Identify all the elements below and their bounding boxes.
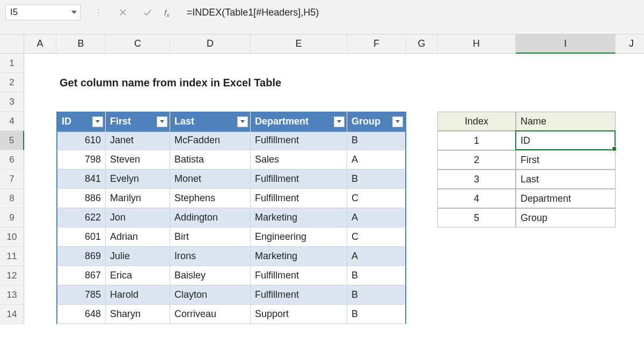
row-header[interactable]: 5 <box>0 131 24 150</box>
table-cell[interactable]: C <box>347 227 406 247</box>
table-cell[interactable]: 869 <box>56 247 106 266</box>
table-header-id[interactable]: ID <box>56 112 106 132</box>
row-header[interactable]: 11 <box>0 247 24 266</box>
table-cell[interactable]: Fulfillment <box>251 189 347 208</box>
table-cell[interactable]: 610 <box>56 131 106 150</box>
table-header-group[interactable]: Group <box>347 112 406 132</box>
row-header[interactable]: 3 <box>0 92 24 112</box>
table-cell[interactable]: Sales <box>251 150 347 170</box>
row-header[interactable]: 4 <box>0 112 24 131</box>
lookup-header-name[interactable]: Name <box>516 112 616 131</box>
name-box[interactable]: I5 <box>5 4 80 20</box>
table-cell[interactable]: B <box>347 305 406 324</box>
table-cell[interactable]: Addington <box>170 208 251 227</box>
table-cell[interactable]: A <box>347 150 406 170</box>
fx-icon[interactable]: fx <box>164 8 173 17</box>
lookup-header-index[interactable]: Index <box>437 112 516 131</box>
table-cell[interactable]: Adrian <box>106 227 170 247</box>
table-cell[interactable]: Fulfillment <box>251 285 347 305</box>
col-header-I[interactable]: I <box>516 34 616 54</box>
lookup-cell[interactable]: ID <box>516 131 616 150</box>
table-cell[interactable]: Corriveau <box>170 305 251 324</box>
filter-icon[interactable] <box>392 116 403 127</box>
lookup-cell[interactable]: 4 <box>437 189 516 208</box>
table-cell[interactable]: Support <box>251 305 347 324</box>
lookup-cell[interactable]: Department <box>516 189 616 208</box>
table-header-dept[interactable]: Department <box>251 112 347 132</box>
row-header[interactable]: 14 <box>0 305 24 324</box>
table-cell[interactable]: Julie <box>106 247 170 266</box>
col-header-H[interactable]: H <box>437 34 516 54</box>
chevron-down-icon[interactable] <box>71 11 77 14</box>
col-header-E[interactable]: E <box>251 34 347 54</box>
table-cell[interactable]: Baisley <box>170 266 251 285</box>
table-cell[interactable]: Janet <box>106 131 170 150</box>
filter-icon[interactable] <box>157 116 167 127</box>
table-cell[interactable]: Harold <box>106 285 170 305</box>
table-cell[interactable]: Jon <box>106 208 170 227</box>
row-header[interactable]: 2 <box>0 73 24 92</box>
table-cell[interactable]: Irons <box>170 247 251 266</box>
table-cell[interactable]: Batista <box>170 150 251 170</box>
row-header[interactable]: 1 <box>0 54 24 73</box>
table-cell[interactable]: Birt <box>170 227 251 247</box>
filter-icon[interactable] <box>237 116 248 127</box>
table-cell[interactable]: Evelyn <box>106 170 170 189</box>
table-cell[interactable]: Erica <box>106 266 170 285</box>
row-header[interactable]: 13 <box>0 285 24 305</box>
row-header[interactable]: 12 <box>0 266 24 285</box>
row-header[interactable]: 9 <box>0 208 24 227</box>
col-header-D[interactable]: D <box>170 34 251 54</box>
table-cell[interactable]: Marketing <box>251 247 347 266</box>
row-header[interactable]: 8 <box>0 189 24 208</box>
table-cell[interactable]: Fulfillment <box>251 170 347 189</box>
table-cell[interactable]: Fulfillment <box>251 266 347 285</box>
col-header-C[interactable]: C <box>106 34 170 54</box>
lookup-cell[interactable]: 3 <box>437 170 516 189</box>
table-cell[interactable]: 601 <box>56 227 106 247</box>
table-cell[interactable]: 798 <box>56 150 106 170</box>
table-cell[interactable]: B <box>347 170 406 189</box>
table-header-last[interactable]: Last <box>170 112 251 132</box>
table-cell[interactable]: A <box>347 208 406 227</box>
table-cell[interactable]: C <box>347 189 406 208</box>
table-cell[interactable]: Engineering <box>251 227 347 247</box>
table-cell[interactable]: 648 <box>56 305 106 324</box>
col-header-J[interactable]: J <box>616 34 644 54</box>
table-cell[interactable]: Marilyn <box>106 189 170 208</box>
lookup-cell[interactable]: Group <box>516 208 616 227</box>
lookup-cell[interactable]: 5 <box>437 208 516 227</box>
spreadsheet-grid[interactable]: A B C D E F G H I J 1 2 Get column name … <box>0 34 644 324</box>
accept-formula-button[interactable] <box>140 4 156 20</box>
table-cell[interactable]: Sharyn <box>106 305 170 324</box>
lookup-cell[interactable]: 2 <box>437 150 516 170</box>
lookup-cell[interactable]: 1 <box>437 131 516 150</box>
select-all-corner[interactable] <box>0 34 24 54</box>
table-cell[interactable]: 622 <box>56 208 106 227</box>
formula-input[interactable]: =INDEX(Table1[#Headers],H5) <box>182 4 639 20</box>
table-cell[interactable]: 886 <box>56 189 106 208</box>
table-cell[interactable]: Fulfillment <box>251 131 347 150</box>
filter-icon[interactable] <box>334 116 345 127</box>
table-cell[interactable]: Steven <box>106 150 170 170</box>
row-header[interactable]: 10 <box>0 227 24 247</box>
lookup-cell[interactable]: Last <box>516 170 616 189</box>
col-header-A[interactable]: A <box>24 34 56 54</box>
table-cell[interactable]: 867 <box>56 266 106 285</box>
col-header-G[interactable]: G <box>406 34 437 54</box>
table-cell[interactable]: Monet <box>170 170 251 189</box>
table-cell[interactable]: McFadden <box>170 131 251 150</box>
table-cell[interactable]: B <box>347 131 406 150</box>
table-header-first[interactable]: First <box>106 112 170 132</box>
row-header[interactable]: 6 <box>0 150 24 170</box>
table-cell[interactable]: Clayton <box>170 285 251 305</box>
table-cell[interactable]: B <box>347 285 406 305</box>
table-cell[interactable]: 785 <box>56 285 106 305</box>
table-cell[interactable]: B <box>347 266 406 285</box>
lookup-cell[interactable]: First <box>516 150 616 170</box>
col-header-F[interactable]: F <box>347 34 406 54</box>
filter-icon[interactable] <box>92 116 103 127</box>
table-cell[interactable]: A <box>347 247 406 266</box>
table-cell[interactable]: Stephens <box>170 189 251 208</box>
table-cell[interactable]: 841 <box>56 170 106 189</box>
